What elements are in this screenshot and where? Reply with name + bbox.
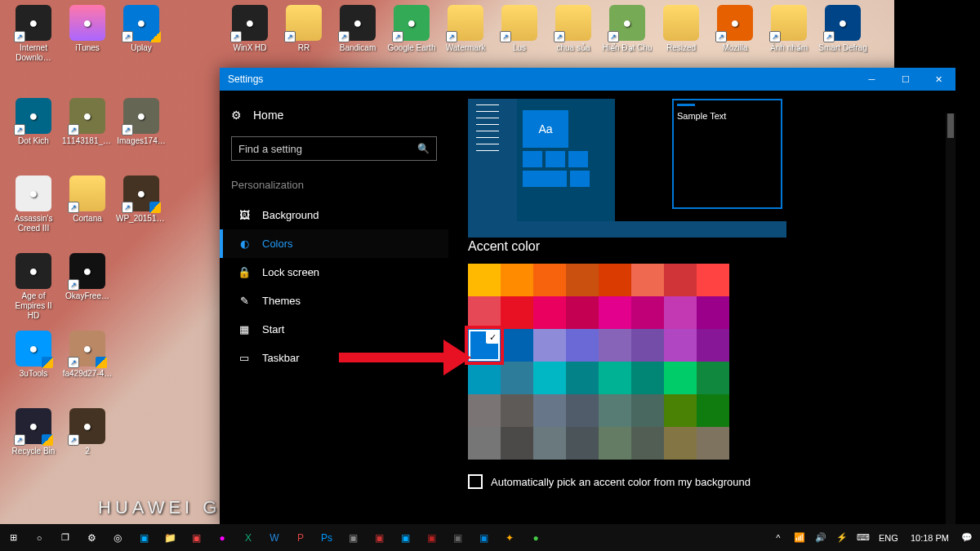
ime-icon[interactable]: ⌨ bbox=[853, 524, 873, 551]
search-input[interactable]: Find a setting 🔍 bbox=[231, 136, 437, 161]
desktop-icon[interactable]: ↗Cortana bbox=[62, 176, 113, 224]
clock[interactable]: 10:18 PM bbox=[904, 533, 956, 543]
maximize-button[interactable]: ☐ bbox=[889, 68, 922, 91]
tray-overflow[interactable]: ^ bbox=[768, 524, 788, 551]
desktop-icon[interactable]: ●↗Recycle Bin bbox=[8, 408, 59, 456]
accent-color-swatch[interactable] bbox=[501, 362, 533, 394]
accent-color-swatch[interactable] bbox=[501, 264, 533, 296]
taskbar-app-settings[interactable]: ⚙ bbox=[78, 524, 105, 551]
taskbar-app-app[interactable]: ▣ bbox=[366, 524, 392, 551]
accent-color-swatch[interactable] bbox=[631, 264, 664, 296]
sidebar-item-colors[interactable]: ◐Colors bbox=[220, 229, 448, 258]
accent-color-swatch[interactable] bbox=[599, 296, 631, 329]
start-button[interactable]: ⊞ bbox=[0, 524, 26, 551]
accent-color-swatch[interactable] bbox=[501, 394, 533, 427]
desktop-icon[interactable]: ●↗Hiển Đạt Chu bbox=[602, 5, 653, 53]
desktop-icon[interactable]: ●3uTools bbox=[8, 331, 59, 379]
taskbar-app-app[interactable]: ▣ bbox=[418, 524, 444, 551]
accent-color-swatch[interactable] bbox=[697, 264, 729, 296]
volume-icon[interactable]: 🔊 bbox=[811, 524, 831, 551]
desktop-icon[interactable]: ●↗Google Earth bbox=[386, 5, 437, 53]
accent-color-swatch[interactable] bbox=[533, 362, 566, 394]
accent-color-swatch[interactable] bbox=[468, 394, 501, 427]
accent-color-swatch[interactable] bbox=[664, 394, 697, 427]
desktop-icon[interactable]: ●↗Bandicam bbox=[332, 5, 383, 53]
taskbar-app-app[interactable]: ● bbox=[209, 524, 235, 551]
desktop-icon[interactable]: ●Assassin's Creed III bbox=[8, 176, 59, 233]
close-button[interactable]: ✕ bbox=[922, 68, 956, 91]
desktop-icon[interactable]: ●↗Images174… bbox=[116, 98, 167, 146]
accent-color-swatch[interactable] bbox=[664, 329, 697, 362]
taskbar-app-app[interactable]: ▣ bbox=[392, 524, 418, 551]
taskbar-app-app[interactable]: ✦ bbox=[497, 524, 523, 551]
desktop-icon[interactable]: ●↗2 bbox=[62, 408, 113, 456]
language-indicator[interactable]: ENG bbox=[875, 524, 902, 551]
desktop-icon[interactable]: ↗chua sủa bbox=[548, 5, 599, 53]
accent-color-swatch[interactable] bbox=[664, 264, 697, 296]
accent-color-swatch[interactable] bbox=[697, 296, 729, 329]
desktop-icon[interactable]: ●Age of Empires II HD bbox=[8, 253, 59, 321]
accent-color-swatch[interactable] bbox=[533, 296, 566, 329]
taskbar-app-photoshop[interactable]: Ps bbox=[314, 524, 340, 551]
desktop-icon[interactable]: ↗Lus bbox=[494, 5, 545, 53]
accent-color-swatch[interactable] bbox=[501, 427, 533, 460]
desktop-icon[interactable]: ↗Ảnh nhầm bbox=[764, 5, 814, 53]
accent-color-swatch[interactable] bbox=[697, 394, 729, 427]
accent-color-swatch[interactable] bbox=[566, 362, 599, 394]
accent-color-swatch[interactable] bbox=[468, 296, 501, 329]
desktop-icon[interactable]: ●↗Smart Defrag bbox=[817, 5, 868, 53]
sidebar-item-background[interactable]: 🖼Background bbox=[220, 201, 448, 229]
accent-color-swatch[interactable] bbox=[697, 329, 729, 362]
taskbar-app-chrome[interactable]: ● bbox=[523, 524, 549, 551]
accent-color-swatch[interactable] bbox=[599, 264, 631, 296]
cortana-button[interactable]: ○ bbox=[26, 524, 52, 551]
task-view-button[interactable]: ❐ bbox=[52, 524, 78, 551]
accent-color-swatch[interactable] bbox=[468, 427, 501, 460]
accent-color-swatch[interactable] bbox=[697, 362, 729, 394]
accent-color-swatch[interactable] bbox=[631, 329, 664, 362]
accent-color-swatch[interactable] bbox=[566, 264, 599, 296]
taskbar-app-explorer[interactable]: 📁 bbox=[157, 524, 183, 551]
sidebar-item-lock-screen[interactable]: 🔒Lock screen bbox=[220, 258, 448, 287]
taskbar-app-app[interactable]: ▣ bbox=[131, 524, 157, 551]
sidebar-item-themes[interactable]: ✎Themes bbox=[220, 287, 448, 315]
accent-color-swatch[interactable] bbox=[468, 362, 501, 394]
accent-color-swatch[interactable] bbox=[533, 427, 566, 460]
minimize-button[interactable]: ─ bbox=[855, 68, 889, 91]
accent-color-swatch[interactable] bbox=[599, 362, 631, 394]
sidebar-item-taskbar[interactable]: ▭Taskbar bbox=[220, 344, 448, 372]
action-center-icon[interactable]: 💬 bbox=[957, 524, 977, 551]
desktop-icon[interactable]: ↗Watermark bbox=[440, 5, 491, 53]
power-icon[interactable]: ⚡ bbox=[832, 524, 852, 551]
accent-color-swatch[interactable] bbox=[566, 394, 599, 427]
taskbar-app-app[interactable]: ▣ bbox=[183, 524, 209, 551]
taskbar-app-app[interactable]: ▣ bbox=[340, 524, 366, 551]
accent-color-swatch[interactable] bbox=[631, 362, 664, 394]
accent-color-swatch[interactable] bbox=[664, 427, 697, 460]
accent-color-swatch[interactable] bbox=[664, 362, 697, 394]
accent-color-swatch[interactable] bbox=[566, 427, 599, 460]
desktop-icon[interactable]: Resized bbox=[656, 5, 706, 53]
accent-color-swatch[interactable] bbox=[599, 427, 631, 460]
accent-color-swatch[interactable] bbox=[566, 296, 599, 329]
accent-color-swatch[interactable] bbox=[533, 329, 566, 362]
desktop-icon[interactable]: ●↗Internet Downlo… bbox=[8, 5, 59, 63]
auto-pick-checkbox[interactable]: Automatically pick an accent color from … bbox=[468, 474, 936, 489]
desktop-icon[interactable]: ↗RR bbox=[278, 5, 329, 53]
accent-color-swatch[interactable] bbox=[631, 296, 664, 329]
desktop-icon[interactable]: ●↗Uplay bbox=[116, 5, 167, 53]
desktop-icon[interactable]: ●↗fa429d27-4… bbox=[62, 331, 113, 379]
vertical-scrollbar[interactable] bbox=[946, 113, 956, 527]
taskbar-app-app[interactable]: ▣ bbox=[444, 524, 470, 551]
desktop-icon[interactable]: ●iTunes bbox=[62, 5, 113, 53]
accent-color-swatch[interactable] bbox=[533, 264, 566, 296]
desktop-icon[interactable]: ●↗Mozilla bbox=[710, 5, 760, 53]
accent-color-swatch[interactable] bbox=[664, 296, 697, 329]
desktop-icon[interactable]: ●↗Dot Kich bbox=[8, 98, 59, 146]
accent-color-swatch[interactable] bbox=[566, 329, 599, 362]
home-button[interactable]: ⚙ Home bbox=[220, 102, 448, 133]
taskbar-app-powerpoint[interactable]: P bbox=[287, 524, 314, 551]
accent-color-swatch[interactable] bbox=[631, 427, 664, 460]
taskbar-app-word[interactable]: W bbox=[261, 524, 287, 551]
accent-color-swatch[interactable] bbox=[533, 394, 566, 427]
